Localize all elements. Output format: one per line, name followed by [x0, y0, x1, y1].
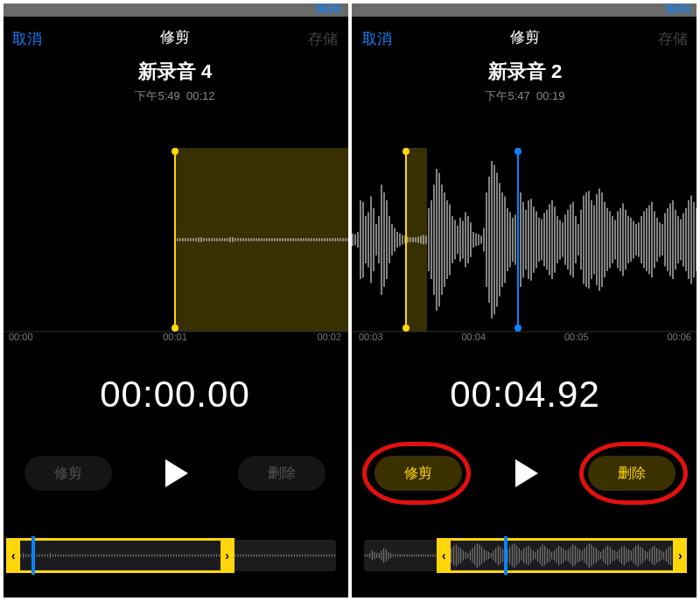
trim-handle-left-icon[interactable]: ‹: [6, 538, 20, 573]
recording-name: 新录音 2: [350, 59, 700, 85]
recording-info: 新录音 2 下午5:47 00:19: [350, 59, 700, 104]
delete-button[interactable]: 删除: [238, 456, 326, 491]
edit-link-behind: 编辑: [315, 0, 341, 17]
minitrack: ‹ ›: [364, 540, 686, 571]
play-icon: [515, 459, 538, 487]
time-ruler: 00:0300:0400:0500:06: [350, 332, 700, 346]
cancel-button[interactable]: 取消: [362, 29, 392, 49]
trim-handle-left-icon[interactable]: ‹: [437, 538, 451, 573]
minitrack: ‹ ›: [14, 540, 336, 571]
trim-button[interactable]: 修剪: [24, 456, 112, 491]
playback-controls: 修剪 删除: [350, 449, 700, 498]
overview-bar[interactable]: ‹ ›: [350, 540, 700, 585]
save-button[interactable]: 存储: [658, 29, 688, 49]
play-button[interactable]: [508, 456, 542, 491]
separator: [348, 0, 352, 601]
waveform-canvas: [350, 148, 700, 349]
trim-button[interactable]: 修剪: [374, 456, 462, 491]
waveform-area[interactable]: 00:0300:0400:0500:06: [350, 148, 700, 349]
playhead-indicator[interactable]: [504, 536, 508, 575]
recording-meta: 下午5:47 00:19: [350, 88, 700, 104]
playhead-indicator[interactable]: [32, 536, 35, 575]
page-title: 修剪: [510, 27, 540, 47]
waveform-canvas: [0, 148, 350, 349]
playback-controls: 修剪 删除: [0, 449, 350, 498]
recording-info: 新录音 4 下午5:49 00:12: [0, 59, 350, 104]
edit-link-behind: 编辑: [665, 0, 691, 17]
recording-meta: 下午5:49 00:12: [0, 88, 350, 104]
page-title: 修剪: [160, 27, 190, 47]
save-button[interactable]: 存储: [308, 29, 338, 49]
screen-left: 编辑 取消 修剪 存储 新录音 4 下午5:49 00:12 00:0000:0…: [0, 0, 350, 601]
trim-handle-right-icon[interactable]: ›: [673, 538, 687, 573]
trim-window[interactable]: [20, 538, 220, 573]
time-ruler: 00:0000:0100:02: [0, 332, 350, 346]
screen-right: 编辑 取消 修剪 存储 新录音 2 下午5:47 00:19 00:0300:0…: [350, 0, 700, 601]
current-time: 00:00.00: [0, 374, 350, 416]
cancel-button[interactable]: 取消: [12, 29, 42, 49]
delete-button[interactable]: 删除: [588, 456, 676, 491]
status-bar: 编辑: [350, 0, 700, 17]
trim-window[interactable]: [451, 538, 673, 573]
modal-header: 取消 修剪 存储: [350, 17, 700, 57]
trim-handle-right-icon[interactable]: ›: [220, 538, 234, 573]
current-time: 00:04.92: [350, 374, 700, 416]
status-bar: 编辑: [0, 0, 350, 17]
modal-header: 取消 修剪 存储: [0, 17, 350, 57]
recording-name: 新录音 4: [0, 59, 350, 85]
overview-bar[interactable]: ‹ ›: [0, 540, 350, 585]
waveform-area[interactable]: 00:0000:0100:02: [0, 148, 350, 349]
play-button[interactable]: [158, 456, 192, 491]
play-icon: [165, 459, 188, 487]
